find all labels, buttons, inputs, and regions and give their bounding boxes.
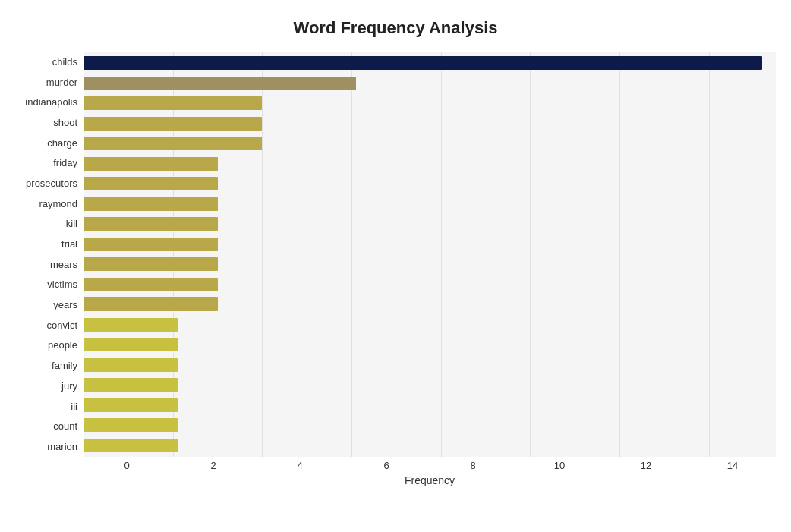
bar-row xyxy=(84,114,776,134)
bar xyxy=(84,217,218,231)
bar xyxy=(84,398,178,412)
y-label: years xyxy=(53,300,77,310)
x-label: Frequency xyxy=(405,474,455,486)
bar xyxy=(84,238,218,251)
x-tick: 12 xyxy=(603,460,689,471)
bar-row xyxy=(84,375,776,395)
bars-wrapper xyxy=(84,52,776,457)
chart-area: childsmurderindianapolisshootchargefrida… xyxy=(15,52,776,457)
y-label: trial xyxy=(61,239,77,249)
y-label: murder xyxy=(46,77,77,87)
bar xyxy=(84,157,218,171)
bar-row xyxy=(84,275,776,295)
bar xyxy=(84,297,218,311)
bar xyxy=(84,77,356,90)
chart-container: Word Frequency Analysis childsmurderindi… xyxy=(0,0,791,532)
x-ticks: 02468101214 xyxy=(15,460,776,471)
bar-row xyxy=(84,335,776,355)
bar-row xyxy=(84,315,776,335)
bars-and-grid xyxy=(84,52,776,457)
y-label: charge xyxy=(47,138,77,148)
bar xyxy=(84,177,218,190)
x-tick: 14 xyxy=(689,460,776,471)
bar xyxy=(84,358,178,372)
bar-row xyxy=(84,134,776,154)
bar xyxy=(84,278,218,291)
y-label: prosecutors xyxy=(26,178,77,188)
y-label: marion xyxy=(47,442,77,452)
bar-row xyxy=(84,174,776,194)
bar xyxy=(84,378,178,392)
bar-row xyxy=(84,415,776,436)
y-label: mears xyxy=(50,260,77,269)
x-tick: 8 xyxy=(430,460,516,471)
bar-row xyxy=(84,235,776,255)
x-tick: 2 xyxy=(170,460,257,471)
bar xyxy=(84,318,178,332)
bar xyxy=(84,56,762,70)
bar-row xyxy=(84,53,776,74)
bar xyxy=(84,338,178,351)
bar-row xyxy=(84,436,776,456)
bar xyxy=(84,439,178,452)
y-label: convict xyxy=(47,320,77,330)
bar-row xyxy=(84,214,776,235)
bar-row xyxy=(84,194,776,215)
bar xyxy=(84,257,218,271)
chart-title: Word Frequency Analysis xyxy=(294,18,498,38)
y-label: family xyxy=(52,360,77,370)
bar xyxy=(84,117,262,131)
x-tick: 0 xyxy=(84,460,170,471)
y-label: indianapolis xyxy=(25,97,77,107)
bar-row xyxy=(84,395,776,416)
bar xyxy=(84,96,262,110)
bar-row xyxy=(84,294,776,315)
y-label: count xyxy=(53,421,77,431)
bar-row xyxy=(84,93,776,114)
bar-row xyxy=(84,355,776,376)
y-label: childs xyxy=(52,57,77,67)
x-axis-container: 02468101214 Frequency xyxy=(15,457,776,486)
y-label: iii xyxy=(71,401,77,411)
y-label: shoot xyxy=(53,118,77,127)
bar xyxy=(84,197,218,211)
x-tick: 10 xyxy=(516,460,603,471)
y-label: friday xyxy=(53,158,77,168)
bar-row xyxy=(84,74,776,94)
y-label: people xyxy=(48,340,77,350)
x-tick: 4 xyxy=(257,460,343,471)
bar xyxy=(84,137,262,150)
y-label: raymond xyxy=(39,199,77,209)
x-tick: 6 xyxy=(343,460,430,471)
bar-row xyxy=(84,154,776,175)
y-label: victims xyxy=(47,279,77,289)
y-label: jury xyxy=(61,381,77,391)
y-labels: childsmurderindianapolisshootchargefrida… xyxy=(15,52,84,457)
y-label: kill xyxy=(66,219,77,228)
bar-row xyxy=(84,254,776,275)
bar xyxy=(84,418,178,432)
